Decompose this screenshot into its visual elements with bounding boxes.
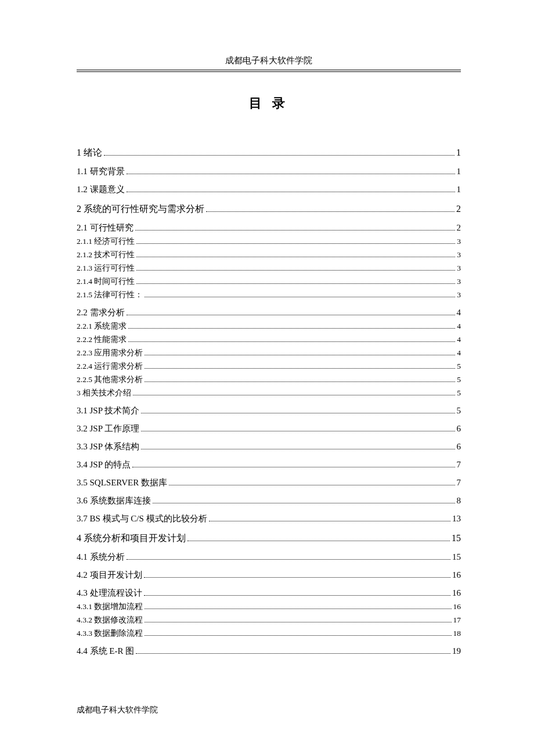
toc-entry-label: 2.1.2 技术可行性 xyxy=(77,250,135,260)
toc-entry[interactable]: 4.3 处理流程设计16 xyxy=(77,588,461,599)
toc-entry-page: 5 xyxy=(457,375,461,384)
toc-leader-dots xyxy=(127,174,455,174)
toc-entry[interactable]: 2.1.1 经济可行性3 xyxy=(77,236,461,247)
toc-entry[interactable]: 3 相关技术介绍5 xyxy=(77,388,461,398)
toc-entry[interactable]: 2.2.4 运行需求分析5 xyxy=(77,361,461,372)
toc-entry[interactable]: 3.5 SQLSERVER 数据库7 xyxy=(77,477,461,488)
toc-entry[interactable]: 3.2 JSP 工作原理6 xyxy=(77,423,461,434)
toc-entry-page: 1 xyxy=(457,167,461,177)
toc-entry-label: 3.7 BS 模式与 C/S 模式的比较分析 xyxy=(77,513,207,524)
toc-entry[interactable]: 2.1.5 法律可行性：3 xyxy=(77,290,461,300)
toc-entry-page: 1 xyxy=(456,147,461,158)
toc-entry[interactable]: 2.2.1 系统需求4 xyxy=(77,321,461,332)
toc-leader-dots xyxy=(136,653,450,654)
page-footer: 成都电子科大软件学院 xyxy=(77,705,158,715)
toc-entry-page: 6 xyxy=(457,442,461,452)
toc-leader-dots xyxy=(144,595,451,596)
toc-entry[interactable]: 2.1.2 技术可行性3 xyxy=(77,250,461,260)
toc-entry-label: 2.1.5 法律可行性： xyxy=(77,290,143,300)
toc-entry-page: 16 xyxy=(453,602,461,611)
toc-entry-page: 15 xyxy=(452,533,461,543)
toc-entry-label: 2.2 需求分析 xyxy=(77,307,125,318)
toc-entry-label: 2.1.1 经济可行性 xyxy=(77,236,135,247)
toc-entry[interactable]: 2.2 需求分析4 xyxy=(77,307,461,318)
toc-entry-label: 4.3.3 数据删除流程 xyxy=(77,628,143,639)
toc-entry-label: 3.2 JSP 工作原理 xyxy=(77,423,139,434)
toc-leader-dots xyxy=(136,257,455,257)
toc-entry-page: 19 xyxy=(452,646,461,656)
toc-entry-page: 2 xyxy=(457,223,461,233)
toc-entry[interactable]: 4.4 系统 E-R 图19 xyxy=(77,646,461,657)
toc-entry[interactable]: 2.2.3 应用需求分析4 xyxy=(77,348,461,358)
toc-entry-page: 4 xyxy=(457,348,461,358)
toc-entry-label: 2.2.5 其他需求分析 xyxy=(77,375,143,385)
toc-entry-page: 18 xyxy=(453,629,461,638)
toc-leader-dots xyxy=(153,503,455,503)
toc-entry-label: 3.4 JSP 的特点 xyxy=(77,459,131,470)
toc-leader-dots xyxy=(145,622,451,622)
toc-entry[interactable]: 2 系统的可行性研究与需求分析2 xyxy=(77,203,461,215)
toc-entry-label: 4.2 项目开发计划 xyxy=(77,570,142,581)
toc-entry[interactable]: 4.3.1 数据增加流程16 xyxy=(77,602,461,612)
toc-leader-dots xyxy=(133,395,455,395)
toc-entry[interactable]: 1.1 研究背景1 xyxy=(77,166,461,177)
toc-entry-page: 13 xyxy=(452,514,461,524)
toc-entry-page: 4 xyxy=(457,335,461,344)
toc-entry-label: 2 系统的可行性研究与需求分析 xyxy=(77,203,204,215)
toc-entry-page: 17 xyxy=(453,615,461,625)
toc-entry[interactable]: 3.4 JSP 的特点7 xyxy=(77,459,461,470)
toc-entry[interactable]: 4.3.2 数据修改流程17 xyxy=(77,615,461,625)
toc-leader-dots xyxy=(136,243,455,244)
toc-entry-page: 8 xyxy=(457,496,461,506)
toc-entry[interactable]: 3.1 JSP 技术简介5 xyxy=(77,405,461,416)
toc-entry[interactable]: 1 绪论1 xyxy=(77,147,461,159)
toc-leader-dots xyxy=(127,559,451,560)
toc-entry-label: 3.5 SQLSERVER 数据库 xyxy=(77,477,167,488)
toc-entry[interactable]: 4.3.3 数据删除流程18 xyxy=(77,628,461,639)
toc-leader-dots xyxy=(145,297,455,297)
toc-leader-dots xyxy=(144,577,451,578)
toc-entry[interactable]: 4.1 系统分析15 xyxy=(77,552,461,563)
toc-leader-dots xyxy=(145,381,455,382)
toc-leader-dots xyxy=(169,485,455,485)
toc-entry-page: 4 xyxy=(457,322,461,331)
toc-entry[interactable]: 2.2.2 性能需求4 xyxy=(77,334,461,345)
toc-entry-page: 15 xyxy=(452,552,461,562)
toc-entry-page: 3 xyxy=(457,277,461,286)
toc-entry-label: 3.1 JSP 技术简介 xyxy=(77,405,139,416)
toc-entry-page: 1 xyxy=(457,185,461,195)
toc-entry-label: 1.1 研究背景 xyxy=(77,166,125,177)
toc-entry-label: 2.2.2 性能需求 xyxy=(77,334,127,345)
document-page: 成都电子科大软件学院 目 录 1 绪论11.1 研究背景11.2 课题意义12 … xyxy=(0,0,534,699)
toc-entry[interactable]: 2.1.3 运行可行性3 xyxy=(77,263,461,273)
toc-entry[interactable]: 2.2.5 其他需求分析5 xyxy=(77,375,461,385)
toc-entry-page: 4 xyxy=(457,308,461,318)
toc-entry-page: 3 xyxy=(457,237,461,246)
toc-leader-dots xyxy=(132,467,454,467)
toc-entry-label: 2.2.1 系统需求 xyxy=(77,321,127,332)
toc-entry-page: 3 xyxy=(457,264,461,273)
toc-entry-page: 7 xyxy=(457,478,461,488)
toc-entry[interactable]: 2.1.4 时间可行性3 xyxy=(77,276,461,287)
toc-entry-label: 2.2.3 应用需求分析 xyxy=(77,348,143,358)
toc-leader-dots xyxy=(136,283,455,284)
toc-entry-label: 3.3 JSP 体系结构 xyxy=(77,441,139,452)
toc-entry-page: 5 xyxy=(457,388,461,398)
toc-entry[interactable]: 4.2 项目开发计划16 xyxy=(77,570,461,581)
toc-entry-label: 2.1 可行性研究 xyxy=(77,222,134,233)
toc-entry[interactable]: 3.3 JSP 体系结构6 xyxy=(77,441,461,452)
toc-entry-label: 3 相关技术介绍 xyxy=(77,388,131,398)
toc-entry[interactable]: 1.2 课题意义1 xyxy=(77,184,461,195)
toc-leader-dots xyxy=(141,413,454,413)
toc-leader-dots xyxy=(187,541,450,541)
toc-entry-label: 4.4 系统 E-R 图 xyxy=(77,646,134,657)
toc-entry-page: 6 xyxy=(457,424,461,434)
toc-entry-page: 16 xyxy=(452,588,461,598)
toc-leader-dots xyxy=(136,270,455,271)
toc-entry-page: 2 xyxy=(456,204,461,214)
toc-entry[interactable]: 4 系统分析和项目开发计划15 xyxy=(77,532,461,545)
toc-entry[interactable]: 2.1 可行性研究2 xyxy=(77,222,461,233)
toc-entry[interactable]: 3.6 系统数据库连接8 xyxy=(77,495,461,506)
toc-leader-dots xyxy=(145,355,455,355)
toc-entry[interactable]: 3.7 BS 模式与 C/S 模式的比较分析13 xyxy=(77,513,461,524)
